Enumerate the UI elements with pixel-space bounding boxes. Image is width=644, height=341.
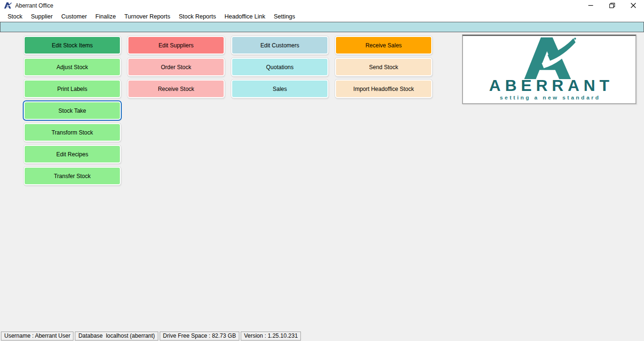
print-labels-button[interactable]: Print Labels xyxy=(24,80,121,98)
menu-customer[interactable]: Customer xyxy=(57,12,91,21)
status-username: Username : Aberrant User xyxy=(1,332,73,341)
order-stock-button[interactable]: Order Stock xyxy=(127,58,225,76)
menu-turnover-reports[interactable]: Turnover Reports xyxy=(120,12,174,21)
status-version: Version : 1.25.10.231 xyxy=(241,332,301,341)
aberrant-logo-mark-icon xyxy=(521,37,577,79)
toolbar-strip xyxy=(0,22,644,32)
quotations-button[interactable]: Quotations xyxy=(231,58,328,76)
action-button-grid: Edit Stock Items Adjust Stock Print Labe… xyxy=(24,36,432,185)
menu-bar: Stock Supplier Customer Finalize Turnove… xyxy=(0,11,644,22)
close-icon xyxy=(631,3,636,8)
restore-button[interactable] xyxy=(601,0,623,11)
company-logo-panel: ABERRANT setting a new standard xyxy=(462,35,636,104)
status-drive-space: Drive Free Space : 82.73 GB xyxy=(160,332,239,341)
stock-take-button[interactable]: Stock Take xyxy=(24,101,121,120)
minimize-icon xyxy=(588,3,593,8)
brand-name: ABERRANT xyxy=(485,77,614,93)
receive-stock-button[interactable]: Receive Stock xyxy=(127,80,225,98)
app-logo-icon xyxy=(4,2,12,9)
menu-headoffice-link[interactable]: Headoffice Link xyxy=(220,12,270,21)
edit-customers-button[interactable]: Edit Customers xyxy=(231,36,328,54)
menu-supplier[interactable]: Supplier xyxy=(27,12,57,21)
headoffice-button-column: Receive Sales Send Stock Import Headoffi… xyxy=(335,36,432,98)
adjust-stock-button[interactable]: Adjust Stock xyxy=(24,58,121,76)
menu-stock-reports[interactable]: Stock Reports xyxy=(174,12,220,21)
brand-tagline: setting a new standard xyxy=(498,95,601,100)
status-database: Database localhost (aberrant) xyxy=(75,332,158,341)
receive-sales-button[interactable]: Receive Sales xyxy=(335,36,432,54)
edit-suppliers-button[interactable]: Edit Suppliers xyxy=(127,36,225,54)
transform-stock-button[interactable]: Transform Stock xyxy=(24,123,121,142)
edit-stock-items-button[interactable]: Edit Stock Items xyxy=(24,36,121,54)
status-bar: Username : Aberrant User Database localh… xyxy=(0,331,644,341)
window-title: Aberrant Office xyxy=(15,2,53,9)
customer-button-column: Edit Customers Quotations Sales xyxy=(231,36,328,98)
stock-button-column: Edit Stock Items Adjust Stock Print Labe… xyxy=(24,36,121,185)
menu-settings[interactable]: Settings xyxy=(270,12,299,21)
main-area: Edit Stock Items Adjust Stock Print Labe… xyxy=(0,32,644,331)
menu-stock[interactable]: Stock xyxy=(3,12,27,21)
transfer-stock-button[interactable]: Transfer Stock xyxy=(24,167,121,185)
restore-icon xyxy=(609,3,615,9)
minimize-button[interactable] xyxy=(580,0,601,11)
send-stock-button[interactable]: Send Stock xyxy=(335,58,432,76)
close-button[interactable] xyxy=(623,0,644,11)
title-bar: Aberrant Office xyxy=(0,0,644,11)
edit-recipes-button[interactable]: Edit Recipes xyxy=(24,145,121,163)
menu-finalize[interactable]: Finalize xyxy=(91,12,120,21)
import-headoffice-stock-button[interactable]: Import Headoffice Stock xyxy=(335,80,432,98)
supplier-button-column: Edit Suppliers Order Stock Receive Stock xyxy=(127,36,225,98)
sales-button[interactable]: Sales xyxy=(231,80,328,98)
